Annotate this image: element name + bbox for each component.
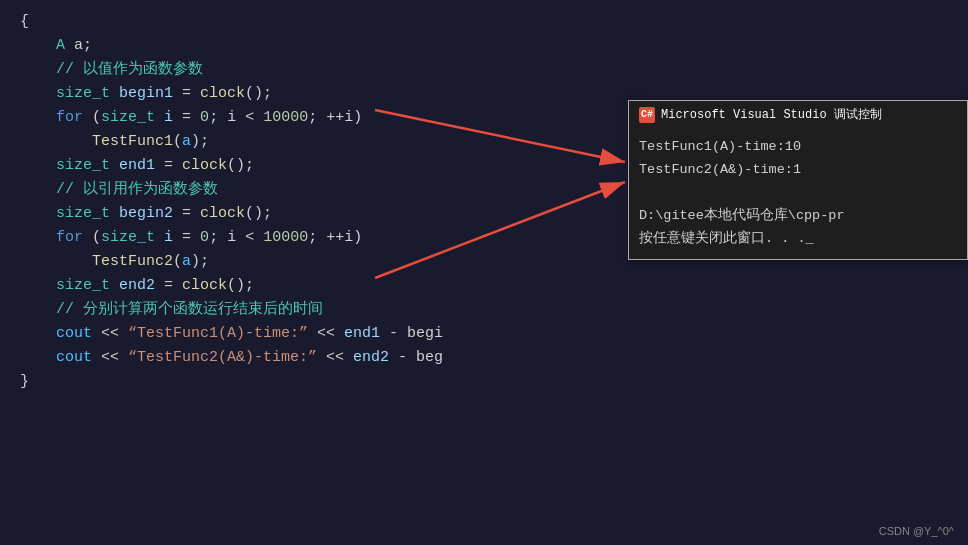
code-line-open-brace: {	[20, 10, 948, 34]
code-line-11: size_t end2 = clock();	[20, 274, 948, 298]
code-editor: { A a; // 以值作为函数参数 size_t begin1 = clock…	[0, 0, 968, 545]
code-line-14: cout << “TestFunc2(A&)-time:” << end2 - …	[20, 346, 948, 370]
console-icon: C#	[639, 107, 655, 123]
console-window: C# Microsoft Visual Studio 调试控制 TestFunc…	[628, 100, 968, 260]
code-line-13: cout << “TestFunc1(A)-time:” << end1 - b…	[20, 322, 948, 346]
console-body: TestFunc1(A)-time:10 TestFunc2(A&)-time:…	[629, 128, 967, 259]
console-title: Microsoft Visual Studio 调试控制	[661, 106, 882, 123]
console-output-2: TestFunc2(A&)-time:1	[639, 159, 957, 182]
console-output-1: TestFunc1(A)-time:10	[639, 136, 957, 159]
code-line-12: // 分别计算两个函数运行结束后的时间	[20, 298, 948, 322]
console-output-4: D:\gitee本地代码仓库\cpp-pr	[639, 205, 957, 228]
code-line-2: // 以值作为函数参数	[20, 58, 948, 82]
console-output-5: 按任意键关闭此窗口. . ._	[639, 228, 957, 251]
console-output-3	[639, 182, 957, 205]
console-titlebar: C# Microsoft Visual Studio 调试控制	[629, 101, 967, 128]
watermark: CSDN @Y_^0^	[879, 525, 954, 537]
code-line-closing-brace: }	[20, 370, 948, 394]
code-line-1: A a;	[20, 34, 948, 58]
